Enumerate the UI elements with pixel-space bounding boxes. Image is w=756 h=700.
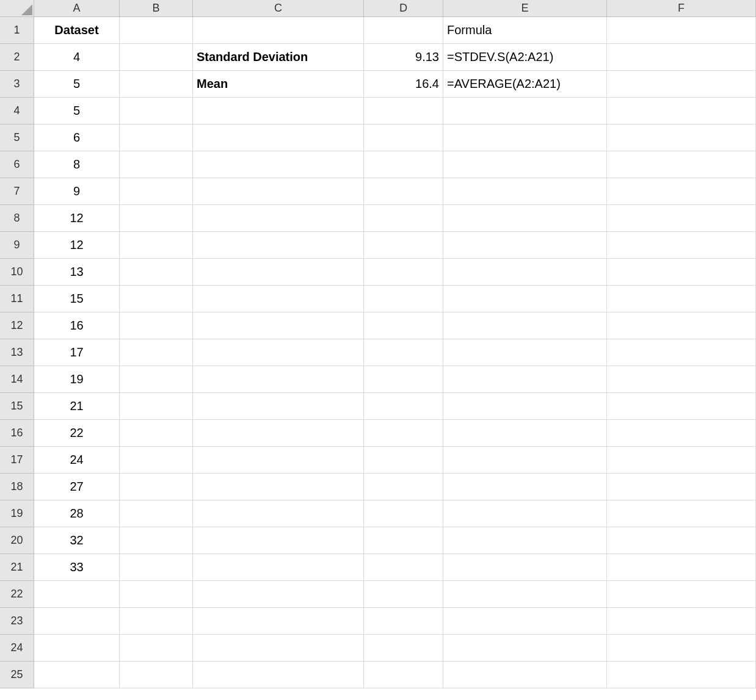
select-all-corner[interactable]: [0, 0, 34, 17]
cell-A17[interactable]: 24: [34, 447, 120, 474]
row-header-2[interactable]: 2: [0, 44, 34, 71]
cell-B19[interactable]: [120, 500, 193, 527]
cell-A7[interactable]: 9: [34, 178, 120, 205]
cell-A18[interactable]: 27: [34, 474, 120, 500]
row-header-20[interactable]: 20: [0, 527, 34, 554]
cell-C14[interactable]: [193, 366, 364, 393]
cell-D5[interactable]: [364, 124, 443, 151]
cell-E12[interactable]: [443, 312, 607, 339]
cell-D15[interactable]: [364, 393, 443, 420]
cell-C9[interactable]: [193, 232, 364, 259]
cell-F21[interactable]: [607, 554, 756, 581]
cell-D25[interactable]: [364, 662, 443, 688]
cell-E4[interactable]: [443, 98, 607, 124]
cell-A11[interactable]: 15: [34, 286, 120, 312]
cell-E5[interactable]: [443, 124, 607, 151]
cell-B9[interactable]: [120, 232, 193, 259]
cell-E7[interactable]: [443, 178, 607, 205]
row-header-23[interactable]: 23: [0, 608, 34, 635]
cell-F2[interactable]: [607, 44, 756, 71]
cell-E20[interactable]: [443, 527, 607, 554]
cell-F11[interactable]: [607, 286, 756, 312]
cell-F10[interactable]: [607, 259, 756, 286]
cell-F18[interactable]: [607, 474, 756, 500]
cell-B6[interactable]: [120, 151, 193, 178]
cell-B10[interactable]: [120, 259, 193, 286]
cell-B25[interactable]: [120, 662, 193, 688]
row-header-12[interactable]: 12: [0, 312, 34, 339]
cell-A19[interactable]: 28: [34, 500, 120, 527]
cell-D20[interactable]: [364, 527, 443, 554]
cell-D18[interactable]: [364, 474, 443, 500]
cell-D7[interactable]: [364, 178, 443, 205]
cell-A24[interactable]: [34, 635, 120, 662]
row-header-9[interactable]: 9: [0, 232, 34, 259]
cell-C19[interactable]: [193, 500, 364, 527]
cell-E18[interactable]: [443, 474, 607, 500]
cell-A4[interactable]: 5: [34, 98, 120, 124]
cell-C15[interactable]: [193, 393, 364, 420]
cell-A12[interactable]: 16: [34, 312, 120, 339]
cell-A10[interactable]: 13: [34, 259, 120, 286]
cell-C10[interactable]: [193, 259, 364, 286]
cell-C20[interactable]: [193, 527, 364, 554]
cell-F22[interactable]: [607, 581, 756, 608]
row-header-22[interactable]: 22: [0, 581, 34, 608]
cell-B13[interactable]: [120, 339, 193, 366]
cell-D2[interactable]: 9.13: [364, 44, 443, 71]
cell-A16[interactable]: 22: [34, 420, 120, 447]
cell-C22[interactable]: [193, 581, 364, 608]
row-header-8[interactable]: 8: [0, 205, 34, 232]
cell-C2[interactable]: Standard Deviation: [193, 44, 364, 71]
cell-A6[interactable]: 8: [34, 151, 120, 178]
cell-F23[interactable]: [607, 608, 756, 635]
cell-F25[interactable]: [607, 662, 756, 688]
cell-B17[interactable]: [120, 447, 193, 474]
cell-F4[interactable]: [607, 98, 756, 124]
row-header-1[interactable]: 1: [0, 17, 34, 44]
cell-B4[interactable]: [120, 98, 193, 124]
cell-C6[interactable]: [193, 151, 364, 178]
row-header-19[interactable]: 19: [0, 500, 34, 527]
cell-B14[interactable]: [120, 366, 193, 393]
cell-C12[interactable]: [193, 312, 364, 339]
cell-B8[interactable]: [120, 205, 193, 232]
row-header-17[interactable]: 17: [0, 447, 34, 474]
row-header-6[interactable]: 6: [0, 151, 34, 178]
cell-E22[interactable]: [443, 581, 607, 608]
cell-D3[interactable]: 16.4: [364, 71, 443, 98]
cell-F1[interactable]: [607, 17, 756, 44]
cell-B3[interactable]: [120, 71, 193, 98]
cell-A2[interactable]: 4: [34, 44, 120, 71]
cell-B20[interactable]: [120, 527, 193, 554]
cell-E9[interactable]: [443, 232, 607, 259]
cell-C1[interactable]: [193, 17, 364, 44]
row-header-10[interactable]: 10: [0, 259, 34, 286]
cell-D23[interactable]: [364, 608, 443, 635]
cell-E19[interactable]: [443, 500, 607, 527]
cell-C23[interactable]: [193, 608, 364, 635]
cell-D8[interactable]: [364, 205, 443, 232]
cell-B21[interactable]: [120, 554, 193, 581]
cell-A1[interactable]: Dataset: [34, 17, 120, 44]
cell-D24[interactable]: [364, 635, 443, 662]
cell-E13[interactable]: [443, 339, 607, 366]
row-header-16[interactable]: 16: [0, 420, 34, 447]
cell-C7[interactable]: [193, 178, 364, 205]
cell-C25[interactable]: [193, 662, 364, 688]
cell-E8[interactable]: [443, 205, 607, 232]
cell-F9[interactable]: [607, 232, 756, 259]
cell-E1[interactable]: Formula: [443, 17, 607, 44]
row-header-13[interactable]: 13: [0, 339, 34, 366]
cell-A25[interactable]: [34, 662, 120, 688]
cell-F16[interactable]: [607, 420, 756, 447]
cell-A20[interactable]: 32: [34, 527, 120, 554]
cell-F12[interactable]: [607, 312, 756, 339]
cell-A14[interactable]: 19: [34, 366, 120, 393]
cell-D10[interactable]: [364, 259, 443, 286]
col-header-D[interactable]: D: [364, 0, 443, 17]
row-header-24[interactable]: 24: [0, 635, 34, 662]
cell-C5[interactable]: [193, 124, 364, 151]
cell-F14[interactable]: [607, 366, 756, 393]
row-header-21[interactable]: 21: [0, 554, 34, 581]
